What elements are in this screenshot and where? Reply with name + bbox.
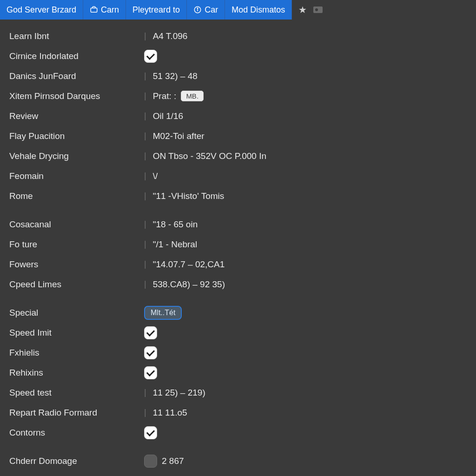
property-row: Review|Oil 1/16	[9, 106, 467, 126]
property-label: Rome	[9, 191, 144, 201]
value-separator: |	[144, 111, 148, 121]
checkbox[interactable]	[144, 346, 157, 359]
property-label: Flay Puacition	[9, 131, 144, 141]
value-text: 538.CA8) – 92 35)	[153, 279, 225, 290]
property-label: Special	[9, 308, 144, 318]
star-icon[interactable]: ★	[298, 4, 307, 15]
checkbox[interactable]	[144, 326, 157, 339]
checkbox[interactable]	[144, 366, 157, 379]
property-label: Speed Imit	[9, 328, 144, 338]
value-text: "18 - 65 oin	[153, 219, 198, 230]
property-value	[144, 426, 157, 439]
property-label: Review	[9, 111, 144, 121]
property-value: |"18 - 65 oin	[144, 219, 198, 230]
value-separator: |	[144, 91, 148, 101]
property-label: Vehale Drycing	[9, 151, 144, 161]
property-value: |11 25) – 219)	[144, 388, 205, 398]
tab-god-server[interactable]: God Server Brzard	[0, 0, 83, 20]
chip[interactable]: MB.	[181, 91, 204, 101]
property-row: Rehixins	[9, 363, 467, 383]
value-text: 2 867	[162, 456, 184, 466]
property-label: Cpeed Limes	[9, 279, 144, 290]
property-row: Repart Radio Formard|11 11.o5	[9, 403, 467, 423]
property-value: |"/1 - Nebral	[144, 239, 197, 250]
tabbar-actions: ★	[292, 0, 329, 20]
value-separator: |	[144, 219, 148, 229]
property-label: Chderr Domoage	[9, 456, 144, 466]
value-text: Oil 1/16	[153, 111, 183, 121]
value-text: "11 -VHisto' Tomis	[153, 191, 225, 201]
checkbox[interactable]	[144, 50, 157, 63]
checkbox[interactable]	[144, 426, 157, 439]
value-text: 51 32) – 48	[153, 71, 198, 81]
tab-label: Mod Dismatos	[231, 5, 285, 15]
property-row: Cosacanal|"18 - 65 oin	[9, 214, 467, 234]
property-label: Fo ture	[9, 239, 144, 250]
property-value: |Prat: :MB.	[144, 91, 204, 101]
property-row: Rome|"11 -VHisto' Tomis	[9, 186, 467, 206]
svg-point-3	[197, 8, 198, 9]
value-text: "14.07.7 – 02,CA1	[153, 259, 225, 270]
property-row: Danics JunFoard|51 32) – 48	[9, 66, 467, 86]
property-value	[144, 366, 157, 379]
property-value: |A4 T.096	[144, 31, 187, 41]
tab-car[interactable]: Car	[187, 0, 225, 20]
value-separator: |	[144, 279, 148, 289]
property-row: Fowers|"14.07.7 – 02,CA1	[9, 254, 467, 274]
property-value	[144, 346, 157, 359]
property-value: |ON Tbso - 352V OC P.000 In	[144, 151, 266, 161]
property-row: Contorns	[9, 423, 467, 443]
property-label: Repart Radio Formard	[9, 408, 144, 418]
tab-pleytreard[interactable]: Pleytreard to	[126, 0, 187, 20]
property-value: |11 11.o5	[144, 408, 187, 418]
property-label: Rehixins	[9, 368, 144, 378]
property-row: Cirnice Indorlated	[9, 46, 467, 66]
property-label: Contorns	[9, 428, 144, 438]
property-value: |"11 -VHisto' Tomis	[144, 191, 224, 201]
value-text: 11 11.o5	[153, 408, 187, 418]
content-area: Learn Ibnt|A4 T.096Cirnice IndorlatedDan…	[0, 20, 476, 476]
value-separator: |	[144, 259, 148, 269]
tab-carn[interactable]: Carn	[83, 0, 126, 20]
value-prefix: Prat: :	[153, 91, 177, 101]
property-row: Xitem Pirnsod Darques|Prat: :MB.	[9, 86, 467, 106]
property-row: Flay Puacition|M02-Toi after	[9, 126, 467, 146]
property-value: 2 867	[144, 455, 184, 468]
property-value: |538.CA8) – 92 35)	[144, 279, 225, 290]
property-label: Cirnice Indorlated	[9, 51, 144, 61]
property-label: Danics JunFoard	[9, 71, 144, 81]
tag-icon[interactable]	[313, 7, 323, 13]
property-row: Learn Ibnt|A4 T.096	[9, 26, 467, 46]
value-text: "/1 - Nebral	[153, 239, 197, 250]
property-value: |Oil 1/16	[144, 111, 183, 121]
property-row: SpecialMlt..Tét	[9, 303, 467, 323]
property-row: Cpeed Limes|538.CA8) – 92 35)	[9, 274, 467, 294]
property-label: Cosacanal	[9, 219, 144, 230]
property-label: Speed test	[9, 388, 144, 398]
svg-rect-0	[91, 8, 97, 12]
value-text: M02-Toi after	[153, 131, 205, 141]
property-row: Fo ture|"/1 - Nebral	[9, 234, 467, 254]
property-label: Xitem Pirnsod Darques	[9, 91, 144, 101]
value-separator: |	[144, 71, 148, 81]
info-icon	[193, 6, 202, 14]
tab-mod-dismatos[interactable]: Mod Dismatos	[225, 0, 292, 20]
value-separator: |	[144, 151, 148, 161]
property-value	[144, 50, 157, 63]
property-value: |M02-Toi after	[144, 131, 205, 141]
tab-label: God Server Brzard	[7, 5, 76, 15]
property-value: |\/	[144, 171, 158, 181]
chip-button[interactable]: Mlt..Tét	[144, 306, 182, 320]
value-text: 11 25) – 219)	[153, 388, 205, 398]
value-separator: |	[144, 239, 148, 249]
property-label: Fowers	[9, 259, 144, 270]
property-label: Fxhielis	[9, 348, 144, 358]
value-separator: |	[144, 191, 148, 201]
property-row: Fxhielis	[9, 343, 467, 363]
value-separator: |	[144, 31, 148, 41]
value-separator: |	[144, 131, 148, 141]
property-row: Vehale Drycing|ON Tbso - 352V OC P.000 I…	[9, 146, 467, 166]
property-label: Feomain	[9, 171, 144, 181]
property-value: |"14.07.7 – 02,CA1	[144, 259, 225, 270]
property-row: Speed Imit	[9, 323, 467, 343]
